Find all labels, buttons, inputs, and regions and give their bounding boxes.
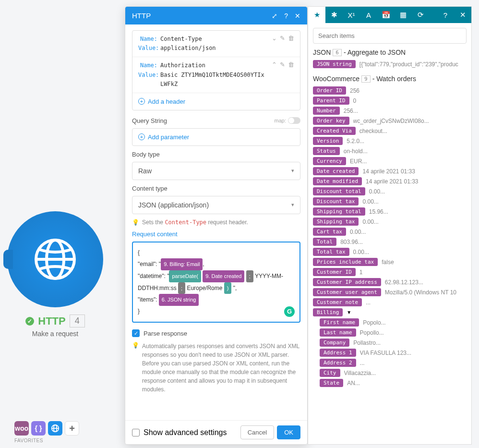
variable-item[interactable]: Prices include taxfalse (313, 258, 467, 266)
chevron-updown-icon: ▾ (291, 168, 294, 174)
close-icon[interactable]: ✕ (295, 12, 300, 20)
variable-pill[interactable]: 6. JSON string (159, 294, 199, 306)
favorite-add-button[interactable]: + (65, 421, 79, 436)
lightbulb-icon: 💡 (132, 342, 139, 349)
advanced-settings-label: Show advanced settings (144, 428, 227, 437)
content-type-select[interactable]: JSON (application/json) ▾ (132, 196, 300, 214)
help-icon[interactable]: ? (284, 12, 288, 20)
parse-response-label: Parse response (144, 330, 187, 337)
variable-item[interactable]: Shipping tax0.00... (313, 218, 467, 226)
variable-item[interactable]: Discount total0.00... (313, 187, 467, 195)
variable-item[interactable]: Customer IP address62.98.12.123... (313, 278, 467, 286)
variable-group-billing[interactable]: Billing ▼ (313, 308, 467, 316)
favorite-woocommerce-icon[interactable]: woo (14, 421, 29, 436)
lightbulb-icon: 💡 (132, 219, 139, 226)
variable-pill[interactable]: 9. Date created (203, 270, 244, 282)
variable-item[interactable]: Created Viacheckout... (313, 127, 467, 135)
variable-item[interactable]: Number256... (313, 107, 467, 115)
request-content-label: Request content (132, 230, 178, 238)
parse-response-checkbox[interactable]: ✓ (132, 329, 140, 337)
http-config-modal: HTTP ⤢ ? ✕ Name:Content-Type Value:appli… (125, 6, 308, 445)
variable-item[interactable]: First namePopolo... (320, 318, 467, 327)
tab-date[interactable]: 📅 (377, 7, 395, 23)
tab-clock[interactable]: ⟳ (412, 7, 429, 23)
variable-pill[interactable]: 9. Billing: Email (161, 258, 203, 270)
tab-math[interactable]: X¹ (343, 7, 360, 23)
favorite-http-icon[interactable] (48, 421, 62, 436)
variable-item[interactable]: CompanyPollastro... (320, 339, 467, 347)
header-row: Name:Content-Type Value:application/json… (132, 31, 300, 57)
variable-item[interactable]: JSON string [{"total":779,"product_id":"… (313, 60, 467, 68)
http-module-node[interactable]: ✓ HTTP 4 Make a request (7, 211, 103, 338)
variable-item[interactable]: Address 2... (320, 359, 467, 367)
search-input[interactable] (313, 28, 467, 44)
variable-item[interactable]: Address 1VIA FASULLA 123... (320, 349, 467, 357)
edit-icon[interactable]: ✎ (280, 35, 285, 42)
variable-item[interactable]: Discount tax0.00... (313, 197, 467, 206)
variable-item[interactable]: Order ID256 (313, 86, 467, 95)
headers-list: Name:Content-Type Value:application/json… (132, 30, 300, 110)
json-section-title: JSON 6 - Aggregate to JSON (313, 48, 467, 56)
toggle-switch[interactable] (288, 117, 300, 124)
plus-icon: + (138, 98, 145, 105)
expand-icon[interactable]: ⤢ (272, 12, 277, 20)
delete-icon[interactable]: 🗑 (288, 61, 294, 68)
chevron-up-icon[interactable]: ⌃ (272, 61, 277, 68)
globe-icon (7, 211, 103, 307)
variable-item[interactable]: Customer ID1 (313, 268, 467, 276)
body-type-label: Body type (132, 151, 160, 158)
tab-gear[interactable]: ✱ (325, 7, 343, 23)
variable-item[interactable]: Customer user agentMozilla/5.0 (Windows … (313, 288, 467, 296)
variable-item[interactable]: Date created14 aprile 2021 01:33 (313, 167, 467, 175)
grammarly-icon[interactable]: G (284, 306, 295, 317)
chevron-down-icon[interactable]: ⌄ (272, 35, 277, 42)
cancel-button[interactable]: Cancel (240, 425, 274, 439)
node-subtitle: Make a request (7, 330, 103, 338)
chevron-updown-icon: ▾ (291, 202, 294, 208)
variable-item[interactable]: StateAN... (320, 379, 467, 387)
modal-title: HTTP (132, 12, 151, 20)
favorite-json-icon[interactable]: { } (31, 421, 46, 436)
add-header-button[interactable]: + Add a header (132, 93, 300, 110)
edit-icon[interactable]: ✎ (280, 61, 285, 68)
favorites-bar: woo { } + FAVORITES (14, 421, 79, 443)
body-type-select[interactable]: Raw ▾ (132, 162, 300, 180)
panel-help-icon[interactable]: ? (437, 7, 454, 23)
node-count-badge: 4 (70, 315, 85, 327)
variable-item[interactable]: Order keywc_order_jCvSNwDzWI08o... (313, 117, 467, 125)
tab-star[interactable]: ★ (308, 7, 325, 23)
variable-item[interactable]: Version5.2.0... (313, 137, 467, 145)
woo-section-title: WooCommerce 9 - Watch orders (313, 75, 467, 83)
panel-close-icon[interactable]: ✕ (454, 7, 471, 23)
variable-item[interactable]: CityVillacazzia... (320, 369, 467, 377)
variable-item[interactable]: Customer note... (313, 298, 467, 306)
variable-item[interactable]: Cart tax0.00... (313, 228, 467, 236)
variable-item[interactable]: Last namePopollo... (320, 328, 467, 337)
content-type-label: Content type (132, 185, 168, 192)
panel-tabs: ★ ✱ X¹ A 📅 ▦ ⟳ ? ✕ (308, 7, 471, 23)
delete-icon[interactable]: 🗑 (288, 35, 294, 42)
variable-item[interactable]: Shipping total15.96... (313, 207, 467, 216)
variable-item[interactable]: CurrencyEUR... (313, 157, 467, 165)
map-toggle[interactable]: map: (275, 117, 300, 124)
advanced-settings-checkbox[interactable] (132, 429, 140, 436)
variable-item[interactable]: Date modified14 aprile 2021 01:33 (313, 177, 467, 185)
variable-item[interactable]: Statuson-hold... (313, 147, 467, 155)
modal-header: HTTP ⤢ ? ✕ (125, 7, 307, 24)
tab-array[interactable]: ▦ (395, 7, 412, 23)
tab-text[interactable]: A (360, 7, 377, 23)
add-parameter-button[interactable]: + Add parameter (132, 129, 300, 145)
favorites-label: FAVORITES (14, 438, 79, 443)
ok-button[interactable]: OK (277, 425, 300, 439)
node-title: HTTP (38, 315, 65, 327)
request-content-editor[interactable]: { "email": "9. Billing: Email, "datetime… (132, 242, 300, 323)
variable-item[interactable]: Total tax0.00... (313, 248, 467, 256)
variable-item[interactable]: Total803.96... (313, 238, 467, 246)
check-icon: ✓ (25, 317, 34, 326)
variable-picker-panel: ★ ✱ X¹ A 📅 ▦ ⟳ ? ✕ JSON 6 - Aggregate to… (308, 6, 472, 445)
function-pill[interactable]: parseDate( (169, 270, 201, 282)
query-string-label: Query String (132, 117, 167, 124)
variable-item[interactable]: Parent ID0 (313, 97, 467, 105)
plus-icon: + (138, 133, 145, 140)
header-row: Name:Authorization Value:Basic ZTY1MmQ1O… (132, 57, 300, 93)
